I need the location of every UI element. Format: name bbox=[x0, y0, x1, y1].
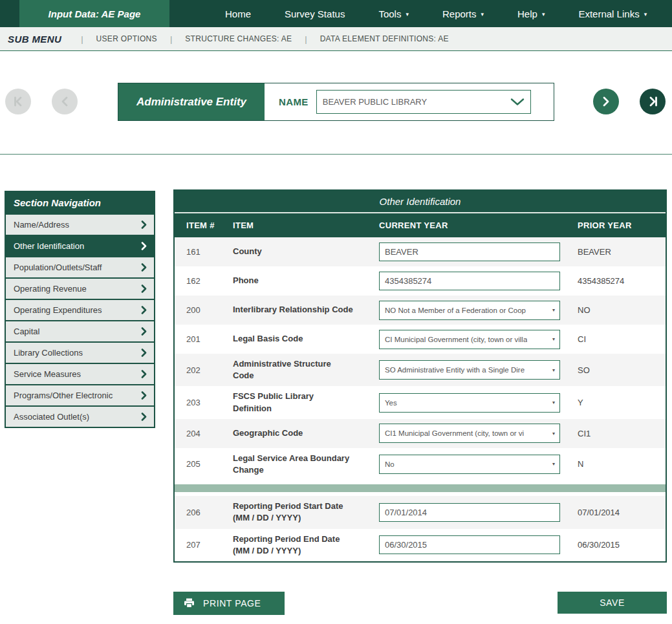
current-year-select-204[interactable]: CI1 Municipal Government (city, town or … bbox=[379, 424, 560, 443]
last-record-button[interactable] bbox=[640, 89, 666, 114]
nav-item-home[interactable]: Home bbox=[208, 0, 268, 27]
current-year-select-201[interactable]: CI Municipal Government (city, town or v… bbox=[379, 330, 560, 349]
current-year-select-200[interactable]: NO Not a Member of a Federation or Coop▾ bbox=[379, 301, 560, 320]
current-year-cell bbox=[374, 535, 571, 554]
nav-item-tools[interactable]: Tools▾ bbox=[362, 0, 426, 27]
printer-icon bbox=[184, 598, 195, 608]
item-label: Administrative Structure Code bbox=[233, 358, 374, 382]
sidebar-item-other-identification[interactable]: Other Identification bbox=[6, 235, 154, 256]
section-separator bbox=[175, 484, 666, 492]
nav-item-label: Home bbox=[225, 8, 251, 19]
prior-year-value: 4354385274 bbox=[571, 276, 666, 286]
caret-down-icon: ▾ bbox=[406, 11, 409, 17]
sub-menu-bar: SUB MENU |USER OPTIONS|STRUCTURE CHANGES… bbox=[0, 27, 672, 51]
sidebar-item-name-address[interactable]: Name/Address bbox=[6, 213, 154, 235]
nav-item-survey-status[interactable]: Survey Status bbox=[268, 0, 362, 27]
section-navigation-title: Section Navigation bbox=[6, 192, 154, 213]
nav-item-help[interactable]: Help▾ bbox=[501, 0, 561, 27]
chevron-right-icon bbox=[141, 327, 147, 336]
section-navigation: Section Navigation Name/AddressOther Ide… bbox=[5, 191, 155, 428]
top-nav-links: HomeSurvey StatusTools▾Reports▾Help▾Exte… bbox=[208, 0, 664, 27]
item-label: Legal Service Area Boundary Change bbox=[233, 453, 374, 476]
dropdown-arrow-icon: ▾ bbox=[552, 431, 555, 436]
column-header-current-year: CURRENT YEAR bbox=[374, 221, 571, 230]
dropdown-arrow-icon: ▾ bbox=[552, 367, 555, 373]
item-number: 205 bbox=[175, 459, 233, 469]
chevron-right-icon bbox=[141, 221, 147, 229]
nav-item-reports[interactable]: Reports▾ bbox=[426, 0, 501, 27]
sidebar-item-operating-expenditures[interactable]: Operating Expenditures bbox=[6, 299, 154, 320]
table-body: 161CountyBEAVER162Phone4354385274200Inte… bbox=[175, 237, 666, 561]
current-year-cell bbox=[374, 272, 571, 290]
sidebar-item-library-collections[interactable]: Library Collections bbox=[6, 341, 154, 363]
print-page-button[interactable]: PRINT PAGE bbox=[173, 592, 285, 615]
chevron-right-icon bbox=[141, 413, 147, 421]
nav-item-external-links[interactable]: External Links▾ bbox=[561, 0, 664, 27]
current-year-cell: SO Administrative Entity with a Single D… bbox=[374, 360, 571, 380]
chevron-right-icon bbox=[602, 96, 611, 107]
submenu-title: SUB MENU bbox=[8, 34, 61, 45]
chevron-right-icon bbox=[141, 242, 147, 250]
item-number: 204 bbox=[175, 429, 233, 438]
previous-record-button[interactable] bbox=[52, 89, 78, 114]
sidebar-item-operating-revenue[interactable]: Operating Revenue bbox=[6, 277, 154, 299]
item-number: 161 bbox=[175, 247, 233, 257]
table-row-200: 200Interlibrary Relationship CodeNO Not … bbox=[175, 296, 666, 325]
table-row-204: 204Geographic CodeCI1 Municipal Governme… bbox=[175, 419, 666, 448]
sidebar-item-capital[interactable]: Capital bbox=[6, 320, 154, 341]
item-number: 162 bbox=[175, 276, 233, 286]
submenu-item-data-element-definitions-ae[interactable]: DATA ELEMENT DEFINITIONS: AE bbox=[320, 34, 449, 43]
sidebar-item-label: Library Collections bbox=[14, 348, 83, 358]
tab-input-data-ae-page[interactable]: Input Data: AE Page bbox=[19, 0, 169, 27]
sidebar-item-associated-outlet-s[interactable]: Associated Outlet(s) bbox=[6, 405, 154, 427]
item-label: Geographic Code bbox=[233, 427, 374, 439]
prior-year-value: SO bbox=[571, 365, 666, 375]
column-header-prior-year: PRIOR YEAR bbox=[571, 221, 666, 230]
skip-to-first-icon bbox=[13, 96, 24, 107]
entity-name-box: Administrative Entity NAME BEAVER PUBLIC… bbox=[118, 83, 554, 121]
caret-down-icon: ▾ bbox=[481, 11, 484, 17]
separator: | bbox=[170, 34, 172, 44]
sidebar-item-programs-other-electronic[interactable]: Programs/Other Electronic bbox=[6, 384, 154, 405]
print-page-label: PRINT PAGE bbox=[203, 598, 261, 608]
prior-year-value: NO bbox=[571, 305, 666, 315]
caret-down-icon: ▾ bbox=[644, 11, 647, 17]
entity-type-label: Administrative Entity bbox=[118, 83, 265, 120]
first-record-button[interactable] bbox=[5, 89, 31, 114]
item-number: 203 bbox=[175, 398, 233, 407]
prior-year-value: 06/30/2015 bbox=[571, 540, 666, 550]
ae-input-page: Input Data: AE Page HomeSurvey StatusToo… bbox=[0, 0, 672, 624]
item-label: Reporting Period Start Date (MM / DD / Y… bbox=[233, 500, 374, 524]
current-year-cell: Yes▾ bbox=[374, 393, 571, 413]
selected-option-text: SO Administrative Entity with a Single D… bbox=[385, 366, 525, 374]
entity-name-select[interactable]: BEAVER PUBLIC LIBRARY bbox=[316, 90, 531, 114]
sidebar-item-service-measures[interactable]: Service Measures bbox=[6, 363, 154, 384]
submenu-item-user-options[interactable]: USER OPTIONS bbox=[96, 34, 157, 43]
current-year-cell bbox=[374, 242, 571, 261]
current-year-select-205[interactable]: No▾ bbox=[379, 455, 560, 474]
table-row-207: 207Reporting Period End Date (MM / DD / … bbox=[175, 529, 666, 561]
next-record-button[interactable] bbox=[593, 89, 619, 114]
selected-option-text: CI1 Municipal Government (city, town or … bbox=[385, 429, 524, 437]
current-year-select-203[interactable]: Yes▾ bbox=[379, 393, 560, 413]
current-year-input-161[interactable] bbox=[379, 242, 560, 261]
table-title: Other Identification bbox=[175, 191, 666, 213]
current-year-select-202[interactable]: SO Administrative Entity with a Single D… bbox=[379, 360, 560, 380]
current-year-input-207[interactable] bbox=[379, 535, 560, 554]
item-label: FSCS Public Library Definition bbox=[233, 391, 374, 414]
prior-year-value: Y bbox=[571, 398, 666, 407]
item-label: Phone bbox=[233, 275, 374, 286]
top-nav: Input Data: AE Page HomeSurvey StatusToo… bbox=[0, 0, 672, 27]
sidebar-item-population-outlets-staff[interactable]: Population/Outlets/Staff bbox=[6, 256, 154, 277]
table-header-row: ITEM # ITEM CURRENT YEAR PRIOR YEAR bbox=[175, 213, 666, 237]
current-year-input-162[interactable] bbox=[379, 272, 560, 290]
sidebar-item-label: Programs/Other Electronic bbox=[14, 391, 113, 400]
dropdown-arrow-icon: ▾ bbox=[552, 336, 555, 342]
submenu-item-structure-changes-ae[interactable]: STRUCTURE CHANGES: AE bbox=[185, 34, 292, 43]
save-button[interactable]: SAVE bbox=[558, 592, 667, 614]
current-year-input-206[interactable] bbox=[379, 503, 560, 522]
item-label: Reporting Period End Date (MM / DD / YYY… bbox=[233, 533, 374, 557]
entity-name-value: BEAVER PUBLIC LIBRARY bbox=[323, 97, 427, 107]
dropdown-arrow-icon: ▾ bbox=[552, 400, 555, 405]
table-row-202: 202Administrative Structure CodeSO Admin… bbox=[175, 354, 666, 386]
